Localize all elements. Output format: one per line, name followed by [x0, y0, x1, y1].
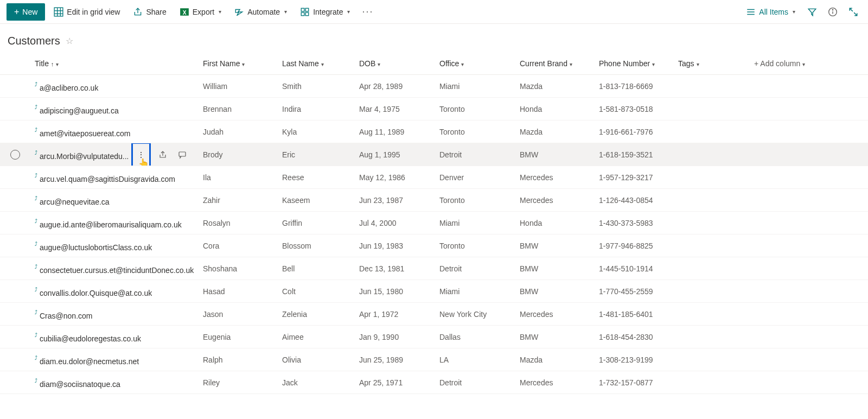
export-button[interactable]: X Export ▾	[175, 3, 226, 21]
cell-brand: Mazda	[515, 75, 595, 98]
cell-last-name: Eric	[278, 143, 355, 166]
cell-last-name: Kaseem	[278, 189, 355, 212]
cell-title[interactable]: augue.id.ante@liberomaurisaliquam.co.uk	[40, 220, 182, 229]
link-icon: ⤴	[35, 378, 37, 384]
cell-title[interactable]: amet@vitaeposuereat.com	[40, 129, 131, 138]
cell-title[interactable]: Cras@non.com	[40, 312, 92, 320]
cell-phone: 1-445-510-1914	[595, 257, 674, 280]
info-button[interactable]	[825, 5, 841, 19]
cell-phone: 1-732-157-0877	[595, 371, 674, 394]
table-row[interactable]: ⤴diam.eu.dolor@necmetus.netRalphOliviaJu…	[0, 348, 868, 371]
cell-title[interactable]: diam@sociisnatoque.ca	[40, 380, 120, 389]
column-header-office[interactable]: Office▾	[435, 53, 515, 75]
table-row[interactable]: ⤴augue.id.ante@liberomaurisaliquam.co.uk…	[0, 212, 868, 234]
cell-dob: Jun 15, 1980	[355, 280, 435, 303]
column-header-first[interactable]: First Name▾	[199, 53, 278, 75]
table-row[interactable]: ⤴Cras@non.comJasonZeleniaApr 1, 1972New …	[0, 303, 868, 326]
cell-dob: Jul 4, 2000	[355, 212, 435, 234]
expand-button[interactable]	[845, 5, 861, 19]
integrate-button[interactable]: Integrate ▾	[296, 3, 354, 21]
column-header-tags[interactable]: Tags▾	[674, 53, 750, 75]
chevron-down-icon: ▾	[793, 9, 795, 15]
row-more-button[interactable]: ⋮👆	[131, 143, 151, 166]
table-row[interactable]: ⤴a@aclibero.co.ukWilliamSmithApr 28, 198…	[0, 75, 868, 98]
cell-brand: Mazda	[515, 348, 595, 371]
view-label: All Items	[759, 8, 788, 16]
share-button[interactable]: Share	[129, 3, 170, 21]
cell-office: Detroit	[435, 371, 515, 394]
cell-first-name: Brody	[199, 143, 278, 166]
table-row[interactable]: ⤴consectetuer.cursus.et@tinciduntDonec.c…	[0, 257, 868, 280]
cell-title[interactable]: arcu@nequevitae.ca	[40, 198, 110, 206]
svg-line-19	[854, 12, 857, 16]
view-switcher[interactable]: All Items ▾	[742, 3, 800, 21]
cell-title[interactable]: a@aclibero.co.uk	[40, 84, 98, 92]
cell-title[interactable]: arcu.Morbi@vulputatedu...	[40, 152, 129, 161]
cell-first-name: Jason	[199, 303, 278, 326]
table-row[interactable]: ⤴convallis.dolor.Quisque@at.co.ukHasadCo…	[0, 280, 868, 303]
table-row[interactable]: ⤴arcu.Morbi@vulputatedu...⋮👆BrodyEricAug…	[0, 143, 868, 166]
cell-first-name: Ila	[199, 166, 278, 189]
cell-title[interactable]: consectetuer.cursus.et@tinciduntDonec.co…	[40, 266, 194, 275]
cell-title[interactable]: convallis.dolor.Quisque@at.co.uk	[40, 289, 152, 297]
link-icon: ⤴	[35, 104, 37, 110]
cell-title[interactable]: diam.eu.dolor@necmetus.net	[40, 357, 139, 366]
cell-office: Toronto	[435, 189, 515, 212]
filter-button[interactable]	[804, 5, 820, 19]
cell-brand: Honda	[515, 98, 595, 120]
cell-office: Toronto	[435, 120, 515, 143]
cell-first-name: Hasad	[199, 280, 278, 303]
cell-office: Detroit	[435, 257, 515, 280]
cell-phone: 1-481-185-6401	[595, 303, 674, 326]
more-commands-button[interactable]: ···	[359, 6, 376, 17]
column-header-title[interactable]: Title ↑▾	[30, 53, 199, 75]
cell-brand: Honda	[515, 212, 595, 234]
automate-button[interactable]: Automate ▾	[230, 3, 291, 21]
column-header-phone[interactable]: Phone Number▾	[595, 53, 674, 75]
link-icon: ⤴	[35, 195, 37, 201]
row-comment-icon[interactable]	[175, 147, 190, 162]
link-icon: ⤴	[35, 150, 37, 156]
cell-title[interactable]: cubilia@eudoloregestas.co.uk	[40, 334, 141, 343]
column-header-last[interactable]: Last Name▾	[278, 53, 355, 75]
cell-phone: 1-618-454-2830	[595, 326, 674, 348]
add-column-button[interactable]: + Add column▾	[750, 53, 868, 75]
favorite-star-icon[interactable]: ☆	[66, 36, 73, 46]
table-row[interactable]: ⤴arcu@nequevitae.caZahirKaseemJun 23, 19…	[0, 189, 868, 212]
link-icon: ⤴	[35, 127, 37, 133]
edit-grid-button[interactable]: Edit in grid view	[49, 3, 124, 21]
share-icon	[133, 7, 143, 17]
column-header-dob[interactable]: DOB▾	[355, 53, 435, 75]
cell-phone: 1-813-718-6669	[595, 75, 674, 98]
table-row[interactable]: ⤴diam@sociisnatoque.caRileyJackApr 25, 1…	[0, 371, 868, 394]
cell-last-name: Aimee	[278, 326, 355, 348]
column-header-brand[interactable]: Current Brand▾	[515, 53, 595, 75]
plus-icon: +	[14, 7, 19, 17]
table-row[interactable]: ⤴adipiscing@augueut.caBrennanIndiraMar 4…	[0, 98, 868, 120]
table-row[interactable]: ⤴amet@vitaeposuereat.comJudahKylaAug 11,…	[0, 120, 868, 143]
cell-office: Denver	[435, 166, 515, 189]
svg-rect-0	[54, 8, 63, 16]
table-row[interactable]: ⤴augue@luctuslobortisClass.co.ukCoraBlos…	[0, 234, 868, 257]
link-icon: ⤴	[35, 332, 37, 338]
row-share-icon[interactable]	[155, 147, 170, 162]
cursor-icon: 👆	[138, 158, 149, 166]
cell-title[interactable]: augue@luctuslobortisClass.co.uk	[40, 243, 152, 252]
cell-phone: 1-977-946-8825	[595, 234, 674, 257]
new-button[interactable]: + New	[7, 3, 45, 21]
table-row[interactable]: ⤴cubilia@eudoloregestas.co.ukEugeniaAime…	[0, 326, 868, 348]
cell-first-name: Zahir	[199, 189, 278, 212]
cell-phone: 1-916-661-7976	[595, 120, 674, 143]
table-row[interactable]: ⤴arcu.vel.quam@sagittisDuisgravida.comIl…	[0, 166, 868, 189]
cell-last-name: Olivia	[278, 348, 355, 371]
row-select-radio[interactable]	[10, 150, 20, 160]
cell-phone: 1-770-455-2559	[595, 280, 674, 303]
cell-title[interactable]: arcu.vel.quam@sagittisDuisgravida.com	[40, 175, 175, 183]
cell-last-name: Bell	[278, 257, 355, 280]
svg-rect-11	[305, 12, 309, 16]
cell-title[interactable]: adipiscing@augueut.ca	[40, 106, 119, 115]
cell-first-name: Rosalyn	[199, 212, 278, 234]
cell-brand: BMW	[515, 234, 595, 257]
svg-text:X: X	[182, 9, 186, 15]
cell-dob: Aug 11, 1989	[355, 120, 435, 143]
